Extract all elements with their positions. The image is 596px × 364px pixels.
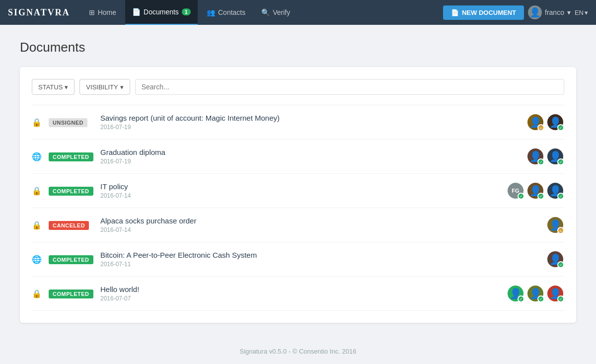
doc-info: Savings report (unit of account: Magic I… (100, 114, 520, 131)
lang-caret-icon: ▾ (585, 9, 588, 16)
avatar-status-pending: ⏳ (537, 124, 544, 131)
avatar-wrap: 👤 ✓ (526, 147, 544, 165)
avatar-wrap: 👤 ✓ (546, 113, 564, 131)
main-content: Documents STATUS ▾ VISIBILITY ▾ 🔒 UNSIGN… (0, 25, 596, 338)
doc-status: COMPLETED (49, 255, 93, 264)
avatar-wrap: 👤 ⏳ (546, 216, 564, 234)
doc-date: 2016-07-07 (100, 295, 500, 302)
lock-icon: 🔒 (32, 289, 42, 298)
contacts-icon: 👥 (207, 8, 215, 16)
avatar-wrap: 👤 ✓ (546, 182, 564, 200)
brand-logo: SIGNATVRA (8, 7, 70, 18)
doc-title: Graduation diploma (100, 148, 520, 156)
avatar-status-check: ✓ (557, 158, 564, 165)
visibility-caret-icon: ▾ (120, 83, 124, 91)
lock-icon: 🔒 (32, 220, 42, 230)
doc-date: 2016-07-14 (100, 226, 539, 233)
lock-icon: 🔒 (32, 118, 42, 127)
lang-label: EN (575, 9, 584, 16)
status-caret-icon: ▾ (65, 83, 68, 91)
table-row[interactable]: 🔒 COMPLETED IT policy 2016-07-14 FG ✓ (32, 174, 564, 208)
doc-avatars: 👤 ✓ 👤 ✓ 👤 ✓ (507, 285, 564, 302)
table-row[interactable]: 🌐 COMPLETED Bitcoin: A Peer-to-Peer Elec… (32, 242, 564, 277)
nav-documents[interactable]: 📄 Documents 1 (125, 0, 198, 25)
doc-title: IT policy (100, 182, 500, 191)
avatar-wrap: 👤 ✓ (507, 285, 524, 302)
nav-contacts[interactable]: 👥 Contacts (200, 0, 252, 25)
doc-date: 2016-07-11 (100, 261, 539, 268)
doc-info: Hello world! 2016-07-07 (100, 285, 500, 302)
nav-documents-label: Documents (144, 8, 179, 16)
doc-title: Savings report (unit of account: Magic I… (100, 114, 520, 122)
table-row[interactable]: 🔒 COMPLETED Hello world! 2016-07-07 👤 ✓ (32, 277, 564, 311)
new-document-button[interactable]: 📄 NEW DOCUMENT (443, 5, 524, 20)
visibility-filter-button[interactable]: VISIBILITY ▾ (79, 79, 130, 95)
doc-title: Bitcoin: A Peer-to-Peer Electronic Cash … (100, 251, 539, 259)
doc-avatars: 👤 ✓ (546, 250, 564, 268)
doc-title: Hello world! (100, 285, 500, 293)
language-selector[interactable]: EN ▾ (575, 9, 588, 16)
visibility-filter-label: VISIBILITY (86, 83, 118, 91)
avatar-wrap: FG ✓ (507, 182, 524, 200)
filters-bar: STATUS ▾ VISIBILITY ▾ (32, 79, 564, 95)
avatar-status-check: ✓ (557, 295, 564, 302)
lock-icon: 🔒 (32, 186, 42, 196)
search-input[interactable] (135, 79, 564, 95)
status-badge: UNSIGNED (49, 118, 87, 127)
doc-avatars: FG ✓ 👤 ✓ 👤 ✓ (507, 182, 564, 200)
avatar-wrap: 👤 ✓ (526, 285, 544, 302)
navbar-left: SIGNATVRA ⊞ Home 📄 Documents 1 👥 Contact… (8, 0, 297, 25)
nav-verify[interactable]: 🔍 Verify (254, 0, 297, 25)
doc-info: Bitcoin: A Peer-to-Peer Electronic Cash … (100, 251, 539, 268)
avatar-status-check: ✓ (518, 295, 524, 302)
status-filter-label: STATUS (38, 83, 63, 91)
avatar-wrap: 👤 ⏳ (526, 113, 544, 131)
doc-date: 2016-07-19 (100, 158, 520, 165)
doc-status: COMPLETED (49, 186, 93, 196)
nav-contacts-label: Contacts (218, 8, 245, 16)
doc-avatars: 👤 ⏳ (546, 216, 564, 234)
user-caret-icon: ▾ (567, 8, 571, 16)
doc-info: IT policy 2016-07-14 (100, 182, 500, 199)
table-row[interactable]: 🔒 CANCELED Alpaca socks purchase order 2… (32, 208, 564, 242)
user-menu[interactable]: 👤 franco ▾ (528, 5, 571, 19)
doc-avatars: 👤 ⏳ 👤 ✓ (526, 113, 564, 131)
avatar-status-check: ✓ (557, 193, 564, 200)
nav-home[interactable]: ⊞ Home (82, 0, 123, 25)
globe-icon: 🌐 (32, 255, 42, 264)
status-badge: COMPLETED (49, 152, 93, 161)
table-row[interactable]: 🌐 COMPLETED Graduation diploma 2016-07-1… (32, 140, 564, 174)
avatar-status-check: ✓ (537, 295, 544, 302)
navbar: SIGNATVRA ⊞ Home 📄 Documents 1 👥 Contact… (0, 0, 596, 25)
doc-status: COMPLETED (49, 152, 93, 161)
verify-icon: 🔍 (261, 8, 270, 16)
globe-icon: 🌐 (32, 152, 42, 161)
nav-verify-label: Verify (273, 8, 290, 16)
home-icon: ⊞ (89, 8, 95, 16)
new-doc-label: NEW DOCUMENT (462, 9, 516, 16)
page-title: Documents (20, 40, 576, 55)
doc-info: Graduation diploma 2016-07-19 (100, 148, 520, 165)
footer-text: Signatura v0.5.0 - © Consentio Inc. 2016 (239, 348, 356, 355)
navbar-right: 📄 NEW DOCUMENT 👤 franco ▾ EN ▾ (443, 5, 588, 20)
documents-card: STATUS ▾ VISIBILITY ▾ 🔒 UNSIGNED Savings… (20, 67, 576, 323)
doc-info: Alpaca socks purchase order 2016-07-14 (100, 217, 539, 233)
status-badge: COMPLETED (49, 187, 93, 196)
table-row[interactable]: 🔒 UNSIGNED Savings report (unit of accou… (32, 105, 564, 140)
avatar-wrap: 👤 ✓ (546, 250, 564, 268)
new-doc-icon: 📄 (451, 9, 459, 16)
doc-title: Alpaca socks purchase order (100, 217, 539, 225)
avatar-status-check: ✓ (537, 158, 544, 165)
doc-status: COMPLETED (49, 289, 93, 298)
footer: Signatura v0.5.0 - © Consentio Inc. 2016 (0, 338, 596, 364)
status-badge: COMPLETED (49, 255, 93, 264)
document-list: 🔒 UNSIGNED Savings report (unit of accou… (32, 105, 564, 311)
user-avatar: 👤 (528, 5, 542, 19)
status-filter-button[interactable]: STATUS ▾ (32, 79, 74, 95)
doc-date: 2016-07-14 (100, 192, 500, 199)
avatar-status-pending: ⏳ (557, 227, 564, 234)
avatar-wrap: 👤 ✓ (546, 285, 564, 302)
avatar-wrap: 👤 ✓ (526, 182, 544, 200)
avatar-status-check: ✓ (537, 193, 544, 200)
avatar-status-check: ✓ (518, 193, 524, 200)
